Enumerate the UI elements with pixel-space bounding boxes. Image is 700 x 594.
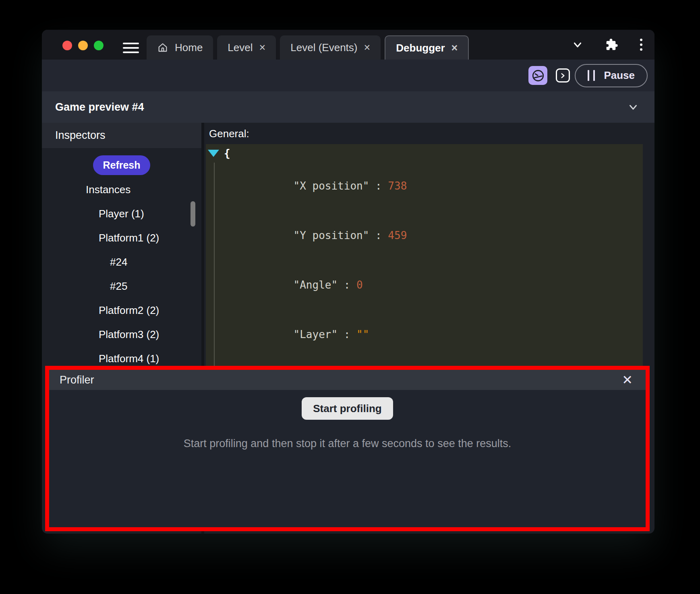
tab-level-events[interactable]: Level (Events) × — [280, 35, 381, 60]
json-key: "Angle" — [294, 279, 338, 291]
console-button[interactable] — [556, 68, 570, 82]
tree-item-25[interactable]: #25 — [42, 274, 201, 298]
game-preview-title: Game preview #4 — [55, 101, 144, 113]
collapse-triangle-icon[interactable] — [208, 150, 219, 157]
json-value: 459 — [388, 229, 407, 241]
app-window: Home Level × Level (Events) × Debugger × — [42, 30, 654, 534]
tab-label: Debugger — [396, 42, 445, 54]
sidebar-scrollbar[interactable] — [191, 201, 195, 227]
profiler-panel: Profiler ✕ Start profiling Start profili… — [45, 366, 650, 531]
json-row: "Angle" : 0 — [206, 260, 643, 310]
general-label: General: — [209, 128, 643, 139]
profiler-instructions: Start profiling and then stop it after a… — [49, 437, 646, 450]
home-icon — [157, 42, 168, 53]
profiler-header: Profiler ✕ — [49, 370, 646, 390]
json-row: "Y position" : 459 — [206, 211, 643, 260]
window-controls — [62, 41, 104, 50]
json-value: 738 — [388, 180, 407, 192]
close-window-button[interactable] — [62, 41, 72, 50]
chevron-down-icon[interactable] — [627, 101, 639, 113]
close-tab-icon[interactable]: × — [451, 43, 458, 54]
json-open-brace: { — [224, 147, 230, 159]
tree-item-instances[interactable]: Instances — [42, 177, 201, 202]
extensions-puzzle-icon[interactable] — [605, 38, 618, 51]
pause-icon — [588, 70, 595, 81]
json-row: "Layer" : "" — [206, 310, 643, 359]
tab-level[interactable]: Level × — [217, 35, 276, 60]
game-preview-selector[interactable]: Game preview #4 — [42, 91, 654, 123]
tab-home[interactable]: Home — [147, 35, 213, 60]
tree-item-24[interactable]: #24 — [42, 250, 201, 274]
tab-label: Level — [228, 41, 253, 54]
profiler-gauge-button[interactable] — [528, 66, 547, 85]
json-row: "X position" : 738 — [206, 161, 643, 211]
kebab-menu-icon[interactable] — [640, 39, 642, 51]
tab-bar: Home Level × Level (Events) × Debugger × — [147, 35, 469, 60]
refresh-button[interactable]: Refresh — [93, 155, 150, 175]
tree-item-platform1[interactable]: Platform1 (2) — [42, 226, 201, 250]
json-key: "Layer" — [294, 328, 338, 340]
pause-button[interactable]: Pause — [575, 64, 648, 87]
close-tab-icon[interactable]: × — [364, 42, 370, 53]
pause-label: Pause — [604, 69, 635, 82]
close-profiler-icon[interactable]: ✕ — [619, 373, 635, 387]
start-profiling-button[interactable]: Start profiling — [302, 397, 393, 420]
maximize-window-button[interactable] — [94, 41, 104, 50]
debugger-toolbar: Pause — [42, 60, 654, 91]
json-key: "X position" — [294, 180, 369, 192]
tab-label: Home — [175, 41, 203, 54]
minimize-window-button[interactable] — [78, 41, 88, 50]
tree-item-player[interactable]: Player (1) — [42, 202, 201, 226]
json-value: "" — [356, 328, 369, 340]
close-tab-icon[interactable]: × — [259, 42, 266, 53]
inspectors-header: Inspectors — [42, 123, 201, 148]
json-value: 0 — [356, 279, 363, 291]
profiler-title: Profiler — [60, 374, 94, 386]
tree-item-platform2[interactable]: Platform2 (2) — [42, 298, 201, 322]
title-bar: Home Level × Level (Events) × Debugger × — [42, 30, 654, 60]
tab-debugger[interactable]: Debugger × — [385, 35, 469, 60]
chevron-down-icon[interactable] — [572, 39, 584, 51]
tab-label: Level (Events) — [290, 41, 357, 54]
titlebar-actions — [572, 30, 642, 60]
hamburger-menu-icon[interactable] — [123, 43, 139, 53]
json-key: "Y position" — [294, 229, 369, 241]
tree-item-platform3[interactable]: Platform3 (2) — [42, 322, 201, 346]
profiler-body: Start profiling Start profiling and then… — [49, 390, 646, 450]
instances-tree: Instances Player (1) Platform1 (2) #24 #… — [42, 177, 201, 371]
